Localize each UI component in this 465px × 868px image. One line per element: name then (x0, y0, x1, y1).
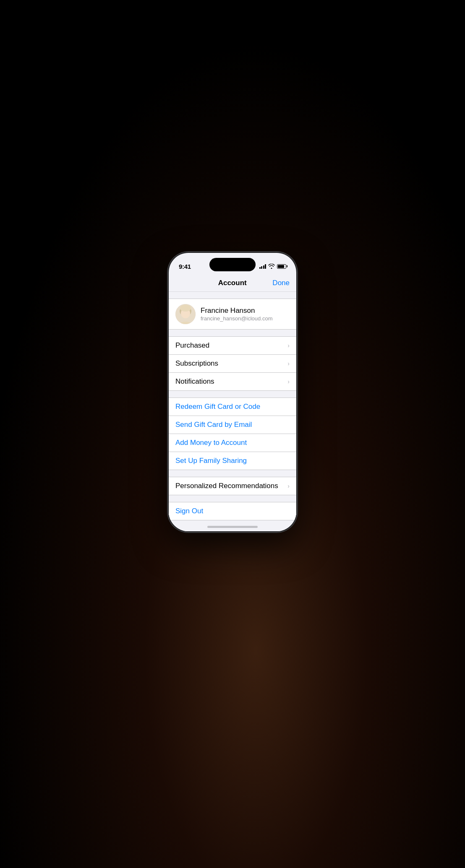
signal-icon (259, 264, 266, 269)
profile-info: Francine Hanson francine_hanson@icloud.c… (201, 307, 272, 322)
section-purchases: Purchased › Subscriptions › Notification… (169, 336, 296, 391)
notifications-label: Notifications (175, 377, 286, 386)
section-sign-out: Sign Out (169, 502, 296, 520)
send-gift-card-label: Send Gift Card by Email (175, 421, 290, 429)
sign-out-row[interactable]: Sign Out (169, 502, 296, 520)
done-button[interactable]: Done (272, 279, 290, 287)
phone-wrapper: 9:41 (167, 252, 298, 533)
chevron-icon: › (287, 483, 290, 489)
family-sharing-row[interactable]: Set Up Family Sharing (169, 452, 296, 470)
redeem-gift-card-label: Redeem Gift Card or Code (175, 403, 290, 411)
subscriptions-label: Subscriptions (175, 359, 286, 368)
subscriptions-row[interactable]: Subscriptions › (169, 354, 296, 372)
avatar-image (175, 304, 196, 324)
add-money-row[interactable]: Add Money to Account (169, 434, 296, 452)
profile-email: francine_hanson@icloud.com (201, 315, 272, 322)
dynamic-island (209, 258, 256, 271)
profile-row[interactable]: Francine Hanson francine_hanson@icloud.c… (169, 299, 296, 329)
family-sharing-label: Set Up Family Sharing (175, 457, 290, 465)
home-indicator (207, 526, 258, 528)
status-icons (259, 264, 287, 269)
chevron-icon: › (287, 342, 290, 349)
phone-shell: 9:41 (167, 252, 298, 533)
avatar (175, 304, 196, 324)
purchased-label: Purchased (175, 341, 286, 350)
send-gift-card-row[interactable]: Send Gift Card by Email (169, 416, 296, 434)
phone-screen: 9:41 (169, 253, 296, 531)
section-gift-cards: Redeem Gift Card or Code Send Gift Card … (169, 398, 296, 470)
personalized-recommendations-row[interactable]: Personalized Recommendations › (169, 477, 296, 495)
profile-name: Francine Hanson (201, 307, 272, 315)
wifi-icon (268, 264, 275, 269)
sign-out-label: Sign Out (175, 507, 290, 515)
screen-content: Account Done (169, 275, 296, 531)
chevron-icon: › (287, 378, 290, 385)
notifications-row[interactable]: Notifications › (169, 372, 296, 390)
add-money-label: Add Money to Account (175, 439, 290, 447)
status-time: 9:41 (179, 263, 191, 270)
page-title: Account (192, 279, 272, 287)
content-area: Francine Hanson francine_hanson@icloud.c… (169, 292, 296, 531)
battery-icon (277, 264, 286, 269)
purchased-row[interactable]: Purchased › (169, 337, 296, 354)
redeem-gift-card-row[interactable]: Redeem Gift Card or Code (169, 398, 296, 416)
nav-bar: Account Done (169, 275, 296, 292)
svg-point-3 (180, 305, 191, 312)
personalized-recommendations-label: Personalized Recommendations (175, 482, 286, 490)
profile-section: Francine Hanson francine_hanson@icloud.c… (169, 299, 296, 330)
chevron-icon: › (287, 360, 290, 367)
section-recommendations: Personalized Recommendations › (169, 477, 296, 495)
